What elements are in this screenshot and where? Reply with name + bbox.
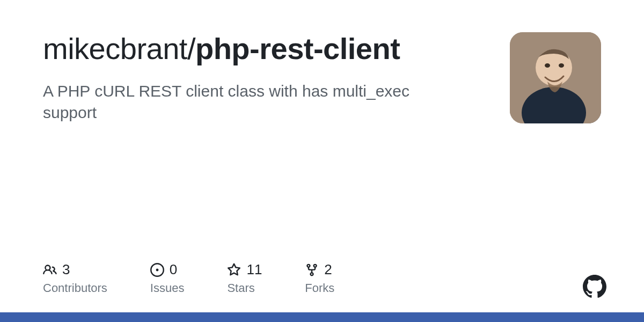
stat-forks-label: Forks — [305, 281, 334, 295]
stat-forks[interactable]: 2 Forks — [305, 261, 334, 295]
owner-avatar[interactable] — [510, 32, 601, 123]
stat-contributors-label: Contributors — [43, 281, 107, 295]
svg-point-5 — [559, 63, 564, 68]
stat-issues[interactable]: 0 Issues — [150, 261, 185, 295]
repo-description: A PHP cURL REST client class with has mu… — [43, 80, 462, 124]
github-logo-icon — [583, 275, 606, 298]
header-row: mikecbrant/php-rest-client A PHP cURL RE… — [43, 32, 601, 124]
issue-opened-icon — [150, 263, 164, 277]
repo-owner[interactable]: mikecbrant — [43, 32, 187, 65]
stat-contributors-count: 3 — [62, 261, 70, 278]
stat-issues-count: 0 — [170, 261, 177, 278]
title-block: mikecbrant/php-rest-client A PHP cURL RE… — [43, 32, 488, 124]
stat-forks-count: 2 — [324, 261, 332, 278]
owner-repo-separator: / — [187, 32, 195, 65]
stat-stars-label: Stars — [227, 281, 262, 295]
stat-stars[interactable]: 11 Stars — [227, 261, 262, 295]
svg-point-4 — [545, 63, 550, 68]
people-icon — [43, 263, 57, 277]
stat-contributors[interactable]: 3 Contributors — [43, 261, 107, 295]
repo-stats: 3 Contributors 0 Issues 11 Stars — [43, 261, 334, 295]
star-icon — [227, 263, 241, 277]
stat-stars-count: 11 — [246, 261, 262, 278]
repo-title: mikecbrant/php-rest-client — [43, 32, 488, 65]
repo-forked-icon — [305, 263, 319, 277]
repo-name[interactable]: php-rest-client — [195, 32, 400, 65]
accent-bottom-bar — [0, 312, 644, 322]
stat-issues-label: Issues — [150, 281, 185, 295]
repo-social-card: mikecbrant/php-rest-client A PHP cURL RE… — [0, 0, 644, 322]
